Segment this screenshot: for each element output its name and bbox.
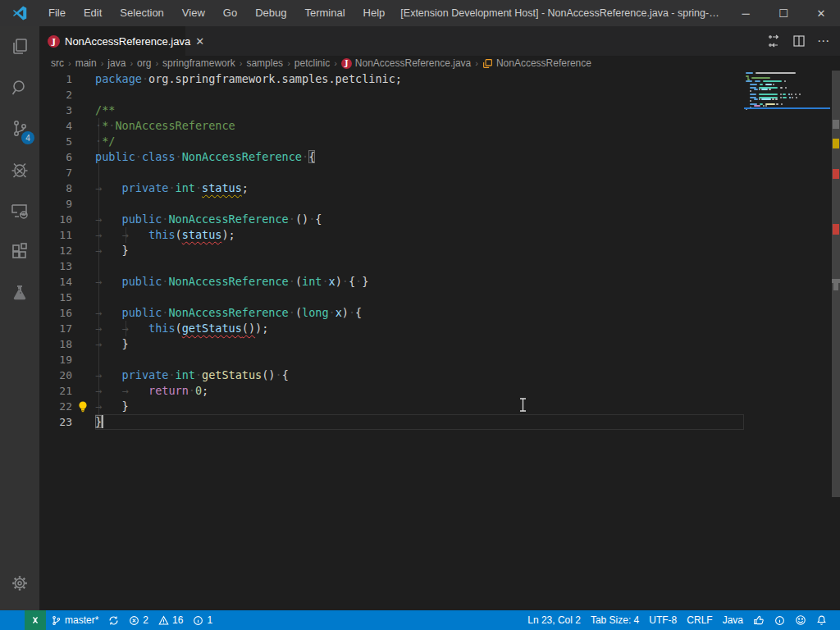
code-line[interactable]: 17→→this(getStatus()); [39,321,744,336]
git-branch[interactable]: master* [46,610,103,630]
error-icon [129,615,139,626]
code-line[interactable]: 12→} [39,243,744,258]
code-line[interactable]: 23} [39,414,744,430]
bell-icon [816,614,827,626]
language-mode[interactable]: Java [718,610,748,630]
line-number: 8 [39,180,72,196]
code-line[interactable]: 16→public·NonAccessReference·(long·x)·{ [39,305,744,321]
eol[interactable]: CRLF [682,610,717,630]
indentation-label: Tab Size: 4 [591,614,639,626]
breadcrumb-file[interactable]: J NonAccessReference.java [341,57,471,69]
menu-go[interactable]: Go [214,0,246,26]
tweet-feedback[interactable] [790,610,811,630]
code-text: →public·NonAccessReference·(long·x)·{ [95,305,744,321]
code-text [95,258,744,274]
code-line[interactable]: 13 [39,258,744,274]
settings-gear-icon[interactable] [0,563,39,604]
scrollbar-overview-ruler[interactable] [832,71,840,610]
code-text [95,290,744,305]
code-line[interactable]: 18→} [39,336,744,352]
code-line[interactable]: 6public·class·NonAccessReference·{ [39,149,744,165]
menu-terminal[interactable]: Terminal [295,0,354,26]
code-text: →} [95,336,744,352]
breadcrumb-org[interactable]: org [137,57,151,69]
code-line[interactable]: 22→} [39,399,744,414]
source-control-icon[interactable]: 4 [0,108,39,149]
sync-button[interactable] [103,610,124,630]
problems-warnings[interactable]: 16 [153,610,188,630]
mouse-ibeam-cursor [519,398,527,412]
code-line[interactable]: 20→private·int·getStatus()·{ [39,368,744,383]
problems-errors[interactable]: 2 [124,610,153,630]
code-line[interactable]: 3/** [39,103,744,118]
remote-explorer-icon[interactable] [0,190,39,231]
line-number: 5 [39,134,72,149]
tab-close-icon[interactable]: ✕ [195,35,204,48]
code-line[interactable]: 7 [39,165,744,180]
code-line[interactable]: 14→public·NonAccessReference·(int·x)·{·} [39,274,744,290]
code-line[interactable]: 1package·org.springframework.samples.pet… [39,71,744,87]
notifications-bell[interactable] [811,610,832,630]
problems-info[interactable]: 1 [188,610,217,630]
breadcrumb-symbol[interactable]: NonAccessReference [482,57,591,69]
code-line[interactable]: 15 [39,290,744,305]
menu-debug[interactable]: Debug [246,0,295,26]
code-line[interactable]: 19 [39,352,744,368]
code-text: ·*·NonAccessReference [95,118,744,134]
code-line[interactable]: 8→private·int·status; [39,180,744,196]
menu-file[interactable]: File [39,0,75,26]
cursor-position[interactable]: Ln 23, Col 2 [523,610,586,630]
breadcrumb-java[interactable]: java [107,57,126,69]
debug-icon[interactable] [0,149,39,190]
code-text: package·org.springframework.samples.petc… [95,71,744,87]
encoding[interactable]: UTF-8 [644,610,682,630]
vscode-logo-icon [0,6,39,21]
menu-selection[interactable]: Selection [111,0,172,26]
minimap-current-line [744,107,830,109]
minimap[interactable] [744,71,832,610]
more-actions-icon[interactable]: ⋯ [817,34,830,48]
explorer-icon[interactable] [0,26,39,67]
breadcrumb-src[interactable]: src [51,57,64,69]
search-icon[interactable] [0,67,39,108]
tab-label: NonAccessReference.java [65,35,190,48]
editor-group: J NonAccessReference.java ✕ ⋯ src›main›j… [39,26,840,610]
breadcrumb-samples[interactable]: samples [246,57,283,69]
remote-indicator[interactable] [25,610,46,630]
overview-ruler-marker [833,120,839,129]
extensions-icon[interactable] [0,231,39,272]
line-number: 12 [39,243,72,258]
menu-help[interactable]: Help [354,0,395,26]
split-editor-icon[interactable] [792,34,806,48]
maximize-button[interactable]: ☐ [765,0,802,26]
open-changes-icon[interactable] [768,34,781,48]
close-button[interactable]: ✕ [802,0,840,26]
tab-nonaccessreference[interactable]: J NonAccessReference.java ✕ [39,26,185,56]
code-line[interactable]: 10→public·NonAccessReference·()·{ [39,212,744,227]
feedback-thumbsup[interactable] [748,610,769,630]
code-editor[interactable]: 1package·org.springframework.samples.pet… [39,71,840,610]
code-text: →→return·0; [95,383,744,399]
minimize-button[interactable]: ─ [727,0,765,26]
breadcrumb: src›main›java›org›springframework›sample… [39,56,840,71]
menu-edit[interactable]: Edit [75,0,111,26]
test-beaker-icon[interactable] [0,272,39,313]
java-status[interactable] [769,610,790,630]
code-text [95,87,744,103]
line-number: 2 [39,87,72,103]
breadcrumb-main[interactable]: main [75,57,97,69]
code-line[interactable]: 21→→return·0; [39,383,744,399]
breadcrumb-separator: › [68,58,71,68]
menu-view[interactable]: View [173,0,214,26]
info-icon [774,615,785,626]
code-line[interactable]: 2 [39,87,744,103]
breadcrumb-petclinic[interactable]: petclinic [294,57,330,69]
breadcrumb-springframework[interactable]: springframework [162,57,235,69]
code-line[interactable]: 4·*·NonAccessReference [39,118,744,134]
line-number: 9 [39,196,72,212]
code-line[interactable]: 11→→this(status); [39,227,744,243]
lightbulb-icon[interactable] [77,400,89,413]
indentation[interactable]: Tab Size: 4 [586,610,644,630]
code-line[interactable]: 5·*/ [39,134,744,149]
code-line[interactable]: 9 [39,196,744,212]
